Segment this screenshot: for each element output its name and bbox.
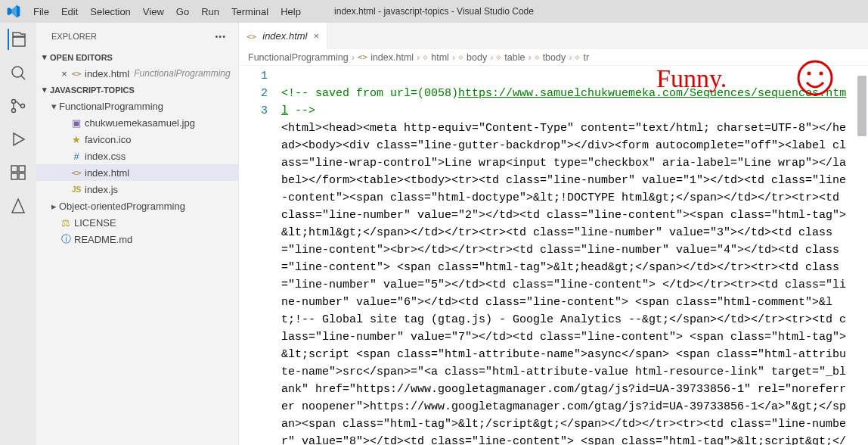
file-item[interactable]: ▣ chukwuemekasamuel.jpg [36,114,238,131]
svg-rect-6 [11,173,17,179]
svg-rect-5 [19,166,25,172]
image-file-icon: ▣ [70,117,83,129]
window-title: index.html - javascript-topics - Visual … [334,6,534,17]
close-icon[interactable]: × [314,30,320,42]
file-item[interactable]: ⓘ README.md [36,231,238,247]
explorer-title: EXPLORER [51,32,97,41]
menu-edit[interactable]: Edit [55,6,84,17]
file-item[interactable]: ★ favicon.ico [36,131,238,148]
file-item[interactable]: # index.css [36,148,238,164]
html-file-icon: <> [246,30,256,42]
js-file-icon: JS [70,185,83,194]
breadcrumb-item[interactable]: ⟐html [423,52,449,63]
breadcrumb-item[interactable]: <>index.html [358,52,414,63]
activity-extensions[interactable] [8,162,29,183]
breadcrumb-item[interactable]: ⟐body [458,52,487,63]
menu-bar: File Edit Selection View Go Run Terminal… [0,0,868,23]
svg-rect-4 [11,166,17,172]
explorer-more-icon[interactable]: ••• [215,32,226,41]
chevron-right-icon: › [569,52,572,63]
svg-point-1 [12,100,16,104]
chevron-right-icon: › [417,52,420,63]
element-icon: ⟐ [458,52,463,62]
line-gutter: 1 2 3 [239,66,281,445]
svg-point-0 [12,67,23,77]
tab-title: index.html [262,30,307,42]
chevron-down-icon: ▾ [39,85,50,95]
breadcrumb-item[interactable]: ⟐tr [575,52,589,63]
editor-tabs: <> index.html × [239,23,868,49]
breadcrumb-item[interactable]: FunctionalProgramming [248,52,349,63]
activity-bar [0,23,36,445]
chevron-right-icon: › [452,52,455,63]
element-icon: ⟐ [423,52,428,62]
license-file-icon: ⚖ [59,217,73,229]
close-icon[interactable]: × [59,68,70,79]
activity-azure[interactable] [8,195,29,216]
menu-selection[interactable]: Selection [84,6,136,17]
breadcrumb-item[interactable]: ⟐table [496,52,525,63]
file-item-selected[interactable]: <> index.html [36,164,238,181]
editor-tab[interactable]: <> index.html × [239,23,327,49]
menu-run[interactable]: Run [195,6,225,17]
workspace-section[interactable]: ▾ JAVASCRIPT-TOPICS [36,82,238,98]
activity-explorer[interactable] [8,29,29,50]
chevron-right-icon: › [352,52,355,63]
svg-point-2 [12,109,16,113]
chevron-down-icon: ▾ [48,101,59,112]
html-file-icon: <> [358,52,367,62]
open-editor-item[interactable]: × <> index.html FunctionalProgramming [36,65,238,82]
css-file-icon: # [70,151,83,162]
menu-help[interactable]: Help [274,6,307,17]
html-file-icon: <> [70,69,83,79]
favicon-file-icon: ★ [70,134,83,145]
explorer-sidebar: EXPLORER ••• ▾ OPEN EDITORS × <> index.h… [36,23,239,445]
chevron-right-icon: › [490,52,493,63]
menu-terminal[interactable]: Terminal [225,6,274,17]
chevron-down-icon: ▾ [39,52,50,62]
vscode-logo-icon [6,4,21,19]
element-icon: ⟐ [496,52,501,62]
html-file-icon: <> [70,168,83,178]
chevron-right-icon: ▸ [48,201,59,212]
element-icon: ⟐ [535,52,540,62]
folder-oop[interactable]: ▸ Object-orientedProgramming [36,198,238,214]
activity-search[interactable] [8,62,29,83]
info-file-icon: ⓘ [59,232,73,246]
menu-go[interactable]: Go [170,6,195,17]
code-content[interactable]: <!-- saved from url=(0058)https://www.sa… [281,66,868,445]
code-editor[interactable]: 1 2 3 <!-- saved from url=(0058)https://… [239,66,868,445]
activity-run-debug[interactable] [8,129,29,150]
vertical-scrollbar[interactable] [857,76,866,136]
open-editors-section[interactable]: ▾ OPEN EDITORS [36,49,238,65]
svg-point-3 [21,104,25,108]
file-item[interactable]: JS index.js [36,181,238,198]
element-icon: ⟐ [575,52,580,62]
breadcrumb-item[interactable]: ⟐tbody [535,52,566,63]
breadcrumbs[interactable]: FunctionalProgramming › <>index.html › ⟐… [239,49,868,66]
activity-source-control[interactable] [8,95,29,117]
editor-area: <> index.html × FunctionalProgramming › … [239,23,868,445]
chevron-right-icon: › [528,52,531,63]
folder-functionalprogramming[interactable]: ▾ FunctionalProgramming [36,98,238,114]
menu-view[interactable]: View [137,6,170,17]
menu-file[interactable]: File [27,6,55,17]
svg-rect-7 [19,173,25,179]
file-item[interactable]: ⚖ LICENSE [36,214,238,231]
